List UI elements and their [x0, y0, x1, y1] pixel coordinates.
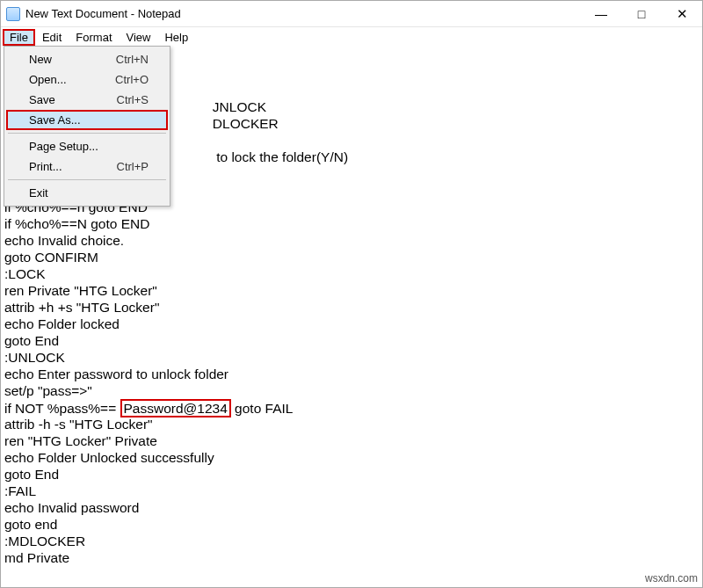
file-menu-dropdown: New Ctrl+N Open... Ctrl+O Save Ctrl+S Sa…	[4, 46, 170, 207]
menu-item-label: Save As...	[29, 113, 149, 127]
editor-line: goto End	[4, 466, 699, 483]
maximize-button[interactable]: □	[621, 1, 662, 26]
menu-exit[interactable]: Exit	[6, 183, 168, 203]
editor-line: :FAIL	[4, 483, 699, 499]
menu-save-as[interactable]: Save As...	[6, 110, 168, 130]
window-controls: — □ ✕	[581, 1, 702, 26]
editor-line: :UNLOCK	[4, 349, 699, 366]
menu-item-shortcut: Ctrl+S	[117, 93, 149, 106]
menu-item-label: Print...	[29, 160, 117, 173]
menu-item-shortcut: Ctrl+O	[115, 73, 149, 86]
editor-line: attrib -h -s "HTG Locker"	[4, 416, 699, 432]
editor-line: echo Folder Unlocked successfully	[4, 449, 699, 466]
menu-item-label: Page Setup...	[29, 140, 149, 153]
editor-line: echo Invalid password	[4, 499, 699, 516]
editor-line: goto End	[4, 332, 699, 349]
menu-page-setup[interactable]: Page Setup...	[6, 136, 168, 156]
menu-format[interactable]: Format	[69, 29, 119, 46]
menu-view[interactable]: View	[120, 29, 158, 46]
minimize-button[interactable]: —	[581, 1, 621, 26]
editor-line: echo Folder locked	[4, 316, 699, 332]
editor-line: if %cho%==N goto END	[4, 215, 699, 232]
editor-line: :LOCK	[4, 265, 699, 282]
editor-line: attrib +h +s "HTG Locker"	[4, 299, 699, 316]
editor-line: goto end	[4, 516, 699, 533]
editor-line: echo Enter password to unlock folder	[4, 366, 699, 382]
editor-line: md Private	[4, 549, 699, 566]
window-title: New Text Document - Notepad	[25, 7, 581, 20]
editor-line: goto CONFIRM	[4, 249, 699, 265]
editor-line: ren Private "HTG Locker"	[4, 282, 699, 299]
menu-help[interactable]: Help	[157, 29, 195, 46]
menu-item-label: Save	[29, 93, 117, 106]
editor-line: ren "HTG Locker" Private	[4, 432, 699, 449]
menu-file[interactable]: File	[3, 29, 35, 46]
menu-item-label: New	[29, 53, 116, 66]
title-bar: New Text Document - Notepad — □ ✕	[1, 1, 702, 27]
menu-item-label: Exit	[29, 186, 149, 200]
menu-bar: File Edit Format View Help	[1, 27, 702, 47]
menu-separator	[8, 179, 166, 180]
editor-line: echo Invalid choice.	[4, 232, 699, 249]
editor-line: if NOT %pass%== Password@1234 goto FAIL	[4, 399, 699, 416]
menu-separator	[8, 133, 166, 134]
editor-line: set/p "pass=>"	[4, 382, 699, 399]
watermark: wsxdn.com	[645, 572, 698, 584]
menu-edit[interactable]: Edit	[35, 29, 69, 46]
menu-new[interactable]: New Ctrl+N	[6, 49, 168, 69]
close-button[interactable]: ✕	[662, 1, 702, 26]
editor-line: :MDLOCKER	[4, 533, 699, 549]
menu-open[interactable]: Open... Ctrl+O	[6, 69, 168, 90]
menu-print[interactable]: Print... Ctrl+P	[6, 156, 168, 177]
menu-item-shortcut: Ctrl+N	[116, 53, 149, 66]
menu-save[interactable]: Save Ctrl+S	[6, 90, 168, 110]
menu-item-label: Open...	[29, 73, 115, 86]
password-highlight: Password@1234	[120, 399, 231, 417]
menu-item-shortcut: Ctrl+P	[117, 160, 149, 173]
notepad-icon	[6, 7, 20, 21]
